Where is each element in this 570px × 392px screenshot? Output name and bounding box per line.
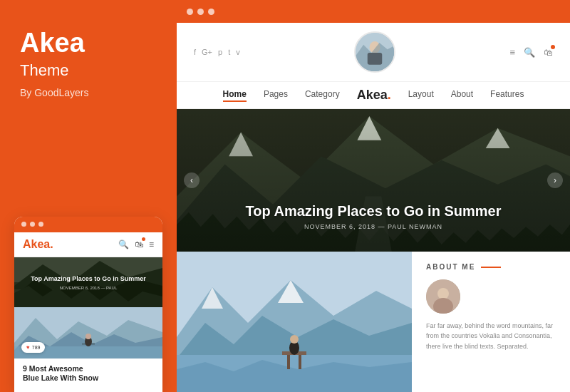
hero-slider: Top Amazing Places to Go in Summer NOVEM… <box>177 109 570 252</box>
mobile-nav: Akea. 🔍 🛍 ≡ <box>14 232 162 257</box>
main-content: Top Amazing Places to Go in Summer NOVEM… <box>177 109 570 392</box>
mobile-dot-1 <box>21 222 26 227</box>
browser-dot-2 <box>197 9 204 15</box>
menu-item-category[interactable]: Category <box>305 89 340 102</box>
svg-rect-33 <box>299 355 301 369</box>
mobile-like-button[interactable]: ♥ 789 <box>21 342 45 353</box>
hamburger-icon[interactable]: ≡ <box>509 47 515 58</box>
browser-dot-3 <box>208 9 214 15</box>
mobile-card-title: 9 Most Awesome Blue Lake With Snow <box>23 364 154 383</box>
desktop-nav: f G+ p t v ≡ <box>177 23 570 82</box>
hero-overlay <box>177 109 570 252</box>
search-icon[interactable]: 🔍 <box>524 47 535 58</box>
browser-dot-1 <box>187 9 193 15</box>
mobile-preview-card: Akea. 🔍 🛍 ≡ Top Amaz <box>14 217 162 392</box>
menu-item-pages[interactable]: Pages <box>264 89 288 102</box>
hero-title: Top Amazing Places to Go in Summer <box>177 203 570 220</box>
lake-image <box>177 252 412 392</box>
mobile-card-text: 9 Most Awesome Blue Lake With Snow <box>14 359 162 392</box>
avatar-svg <box>356 31 394 73</box>
social-google[interactable]: G+ <box>202 48 212 56</box>
mobile-card-title-line2: Blue Lake With Snow <box>23 373 154 383</box>
svg-rect-32 <box>287 355 290 369</box>
hero-section: Top Amazing Places to Go in Summer NOVEM… <box>177 109 570 392</box>
sidebar: Akea Theme By GoodLayers Akea. 🔍 🛍 ≡ <box>0 0 177 392</box>
about-panel: ABOUT ME Far far away, behind the word m… <box>412 252 570 392</box>
menu-item-features[interactable]: Features <box>490 89 524 102</box>
hero-next-button[interactable]: › <box>547 172 563 188</box>
social-vimeo[interactable]: v <box>236 48 240 56</box>
mobile-dot-2 <box>30 222 35 227</box>
mobile-logo-dot: . <box>50 238 53 250</box>
brand-subtitle: Theme <box>20 61 157 80</box>
hero-content: Top Amazing Places to Go in Summer NOVEM… <box>177 203 570 230</box>
browser-content: f G+ p t v ≡ <box>177 23 570 392</box>
hero-prev-button[interactable]: ‹ <box>184 172 200 188</box>
mobile-nav-icons: 🔍 🛍 ≡ <box>118 239 154 249</box>
svg-point-37 <box>437 288 449 299</box>
svg-point-11 <box>86 334 91 339</box>
brand-by: By GoodLayers <box>20 87 157 98</box>
social-twitter[interactable]: t <box>228 48 230 56</box>
browser-top-bar <box>177 0 570 23</box>
like-count: 789 <box>32 345 41 350</box>
mobile-hero-meta: NOVEMBER 6, 2018 — PAUL <box>25 286 152 290</box>
mobile-card-title-line1: 9 Most Awesome <box>23 364 154 374</box>
social-facebook[interactable]: f <box>194 48 196 56</box>
mobile-search-icon[interactable]: 🔍 <box>118 239 129 249</box>
second-row: ABOUT ME Far far away, behind the word m… <box>177 252 570 392</box>
about-avatar <box>426 279 460 314</box>
lake-svg <box>177 252 412 392</box>
cart-icon[interactable]: 🛍 <box>544 47 553 58</box>
mobile-second-image: ♥ 789 <box>14 307 162 359</box>
mobile-header-bar <box>14 217 162 232</box>
svg-point-35 <box>290 335 299 344</box>
mobile-hero-title: Top Amazing Places to Go in Summer <box>25 274 152 284</box>
mobile-cart-icon[interactable]: 🛍 <box>135 239 143 249</box>
menu-item-home[interactable]: Home <box>223 89 247 102</box>
desktop-menu: Home Pages Category Akea. Layout About F… <box>177 82 570 109</box>
heart-icon: ♥ <box>26 344 30 351</box>
menu-item-about[interactable]: About <box>451 89 473 102</box>
mobile-logo-text: Akea <box>23 238 50 250</box>
desktop-logo-dot: . <box>388 88 391 102</box>
social-icons: f G+ p t v <box>194 48 240 56</box>
mobile-hero-content: Top Amazing Places to Go in Summer NOVEM… <box>25 274 152 290</box>
brand-title: Akea <box>20 29 157 58</box>
mobile-hero-image: Top Amazing Places to Go in Summer NOVEM… <box>14 257 162 307</box>
avatar <box>354 31 395 73</box>
avatar-container <box>252 31 499 73</box>
about-title: ABOUT ME <box>426 263 556 271</box>
desktop-logo: Akea. <box>357 88 391 103</box>
social-pinterest[interactable]: p <box>218 48 222 56</box>
hero-meta: NOVEMBER 6, 2018 — PAUL NEWMAN <box>177 223 570 230</box>
mobile-logo: Akea. <box>23 238 53 251</box>
menu-item-layout[interactable]: Layout <box>408 89 434 102</box>
mobile-cart-badge <box>142 237 145 241</box>
cart-dot-badge <box>551 45 555 49</box>
about-text: Far far away, behind the word mountains,… <box>426 321 556 351</box>
mobile-dot-3 <box>38 222 43 227</box>
about-avatar-svg <box>426 279 460 314</box>
nav-right: ≡ 🔍 🛍 <box>509 47 553 58</box>
browser-area: f G+ p t v ≡ <box>177 0 570 392</box>
mobile-menu-icon[interactable]: ≡ <box>149 239 154 249</box>
